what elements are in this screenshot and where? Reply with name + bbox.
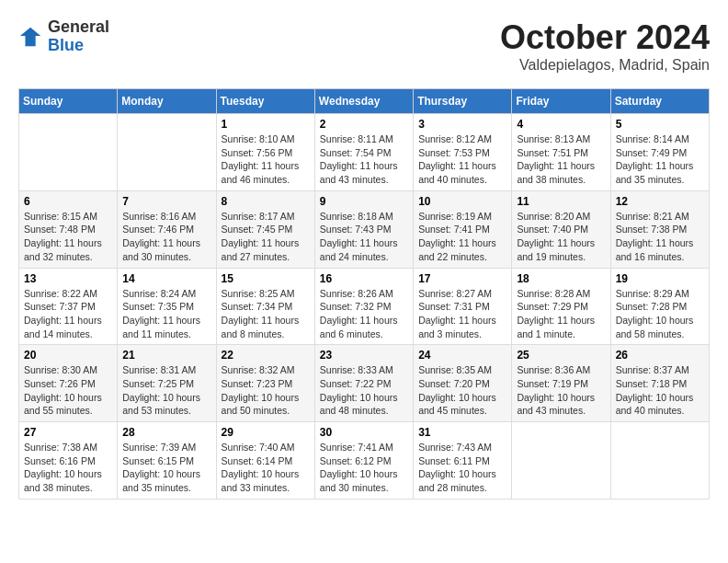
day-number: 6 (24, 195, 112, 208)
calendar-cell: 26Sunrise: 8:37 AM Sunset: 7:18 PM Dayli… (610, 345, 709, 422)
day-detail: Sunrise: 8:29 AM Sunset: 7:28 PM Dayligh… (616, 287, 704, 341)
day-number: 26 (616, 349, 704, 362)
day-detail: Sunrise: 8:27 AM Sunset: 7:31 PM Dayligh… (418, 287, 506, 341)
day-detail: Sunrise: 8:22 AM Sunset: 7:37 PM Dayligh… (24, 287, 112, 341)
day-number: 25 (517, 349, 605, 362)
location-subtitle: Valdepielagos, Madrid, Spain (500, 57, 710, 74)
calendar-cell: 29Sunrise: 7:40 AM Sunset: 6:14 PM Dayli… (216, 422, 314, 500)
day-detail: Sunrise: 7:38 AM Sunset: 6:16 PM Dayligh… (24, 441, 112, 495)
day-number: 7 (122, 195, 210, 208)
day-number: 3 (418, 118, 506, 131)
day-detail: Sunrise: 8:31 AM Sunset: 7:25 PM Dayligh… (122, 363, 210, 418)
calendar-cell: 27Sunrise: 7:38 AM Sunset: 6:16 PM Dayli… (19, 422, 118, 500)
calendar-cell: 13Sunrise: 8:22 AM Sunset: 7:37 PM Dayli… (19, 268, 118, 345)
calendar-cell (19, 114, 118, 191)
day-number: 12 (616, 195, 704, 208)
day-number: 10 (418, 195, 506, 208)
day-detail: Sunrise: 8:25 AM Sunset: 7:34 PM Dayligh… (222, 287, 310, 341)
calendar-cell: 21Sunrise: 8:31 AM Sunset: 7:25 PM Dayli… (118, 345, 216, 422)
calendar-cell: 18Sunrise: 8:28 AM Sunset: 7:29 PM Dayli… (512, 268, 610, 345)
day-detail: Sunrise: 8:17 AM Sunset: 7:45 PM Dayligh… (222, 210, 310, 264)
page-header: General Blue October 2024 Valdepielagos,… (18, 18, 710, 74)
calendar-cell: 3Sunrise: 8:12 AM Sunset: 7:53 PM Daylig… (414, 114, 512, 191)
calendar-week-5: 27Sunrise: 7:38 AM Sunset: 6:16 PM Dayli… (19, 422, 710, 500)
day-detail: Sunrise: 7:40 AM Sunset: 6:14 PM Dayligh… (222, 441, 310, 495)
day-number: 27 (24, 426, 112, 439)
day-number: 22 (222, 349, 310, 362)
calendar-cell: 15Sunrise: 8:25 AM Sunset: 7:34 PM Dayli… (216, 268, 314, 345)
calendar-cell: 12Sunrise: 8:21 AM Sunset: 7:38 PM Dayli… (610, 190, 709, 268)
day-detail: Sunrise: 8:26 AM Sunset: 7:32 PM Dayligh… (320, 287, 408, 341)
day-detail: Sunrise: 8:14 AM Sunset: 7:49 PM Dayligh… (616, 132, 704, 187)
day-number: 15 (222, 272, 310, 285)
day-detail: Sunrise: 8:32 AM Sunset: 7:23 PM Dayligh… (222, 363, 310, 418)
day-number: 31 (418, 426, 506, 439)
calendar-week-3: 13Sunrise: 8:22 AM Sunset: 7:37 PM Dayli… (19, 268, 710, 345)
day-detail: Sunrise: 8:13 AM Sunset: 7:51 PM Dayligh… (517, 132, 605, 187)
day-detail: Sunrise: 8:30 AM Sunset: 7:26 PM Dayligh… (24, 363, 112, 418)
calendar-week-4: 20Sunrise: 8:30 AM Sunset: 7:26 PM Dayli… (19, 345, 710, 422)
day-detail: Sunrise: 8:33 AM Sunset: 7:22 PM Dayligh… (320, 363, 408, 418)
calendar-cell (610, 422, 709, 500)
day-detail: Sunrise: 8:16 AM Sunset: 7:46 PM Dayligh… (122, 210, 210, 264)
day-number: 11 (517, 195, 605, 208)
calendar-week-1: 1Sunrise: 8:10 AM Sunset: 7:56 PM Daylig… (19, 114, 710, 191)
day-number: 13 (24, 272, 112, 285)
weekday-header-monday: Monday (118, 89, 216, 114)
calendar-cell: 9Sunrise: 8:18 AM Sunset: 7:43 PM Daylig… (314, 190, 413, 268)
calendar-table: SundayMondayTuesdayWednesdayThursdayFrid… (18, 88, 710, 500)
day-detail: Sunrise: 8:37 AM Sunset: 7:18 PM Dayligh… (616, 363, 704, 418)
calendar-cell: 7Sunrise: 8:16 AM Sunset: 7:46 PM Daylig… (118, 190, 216, 268)
day-number: 5 (616, 118, 704, 131)
calendar-cell: 23Sunrise: 8:33 AM Sunset: 7:22 PM Dayli… (314, 345, 413, 422)
calendar-cell: 1Sunrise: 8:10 AM Sunset: 7:56 PM Daylig… (216, 114, 314, 191)
calendar-cell: 28Sunrise: 7:39 AM Sunset: 6:15 PM Dayli… (118, 422, 216, 500)
day-number: 16 (320, 272, 408, 285)
day-detail: Sunrise: 7:43 AM Sunset: 6:11 PM Dayligh… (418, 441, 506, 495)
calendar-cell: 25Sunrise: 8:36 AM Sunset: 7:19 PM Dayli… (512, 345, 610, 422)
logo-text: General Blue (48, 18, 109, 55)
calendar-cell: 24Sunrise: 8:35 AM Sunset: 7:20 PM Dayli… (414, 345, 512, 422)
calendar-cell: 14Sunrise: 8:24 AM Sunset: 7:35 PM Dayli… (118, 268, 216, 345)
day-number: 19 (616, 272, 704, 285)
calendar-cell: 5Sunrise: 8:14 AM Sunset: 7:49 PM Daylig… (610, 114, 709, 191)
calendar-cell: 4Sunrise: 8:13 AM Sunset: 7:51 PM Daylig… (512, 114, 610, 191)
calendar-cell: 16Sunrise: 8:26 AM Sunset: 7:32 PM Dayli… (314, 268, 413, 345)
day-number: 18 (517, 272, 605, 285)
day-number: 21 (122, 349, 210, 362)
calendar-cell: 19Sunrise: 8:29 AM Sunset: 7:28 PM Dayli… (610, 268, 709, 345)
day-number: 17 (418, 272, 506, 285)
day-number: 2 (320, 118, 408, 131)
title-block: October 2024 Valdepielagos, Madrid, Spai… (500, 18, 710, 74)
weekday-header-row: SundayMondayTuesdayWednesdayThursdayFrid… (19, 89, 710, 114)
day-detail: Sunrise: 8:21 AM Sunset: 7:38 PM Dayligh… (616, 210, 704, 264)
day-detail: Sunrise: 8:10 AM Sunset: 7:56 PM Dayligh… (222, 132, 310, 187)
calendar-cell: 22Sunrise: 8:32 AM Sunset: 7:23 PM Dayli… (216, 345, 314, 422)
weekday-header-friday: Friday (512, 89, 610, 114)
day-detail: Sunrise: 7:41 AM Sunset: 6:12 PM Dayligh… (320, 441, 408, 495)
day-detail: Sunrise: 8:35 AM Sunset: 7:20 PM Dayligh… (418, 363, 506, 418)
day-number: 20 (24, 349, 112, 362)
calendar-cell: 8Sunrise: 8:17 AM Sunset: 7:45 PM Daylig… (216, 190, 314, 268)
weekday-header-thursday: Thursday (414, 89, 512, 114)
calendar-cell (118, 114, 216, 191)
day-detail: Sunrise: 7:39 AM Sunset: 6:15 PM Dayligh… (122, 441, 210, 495)
calendar-cell: 10Sunrise: 8:19 AM Sunset: 7:41 PM Dayli… (414, 190, 512, 268)
calendar-cell: 6Sunrise: 8:15 AM Sunset: 7:48 PM Daylig… (19, 190, 118, 268)
day-number: 28 (122, 426, 210, 439)
weekday-header-sunday: Sunday (19, 89, 118, 114)
weekday-header-tuesday: Tuesday (216, 89, 314, 114)
calendar-cell: 31Sunrise: 7:43 AM Sunset: 6:11 PM Dayli… (414, 422, 512, 500)
day-number: 8 (222, 195, 310, 208)
day-detail: Sunrise: 8:28 AM Sunset: 7:29 PM Dayligh… (517, 287, 605, 341)
calendar-week-2: 6Sunrise: 8:15 AM Sunset: 7:48 PM Daylig… (19, 190, 710, 268)
day-number: 14 (122, 272, 210, 285)
day-detail: Sunrise: 8:24 AM Sunset: 7:35 PM Dayligh… (122, 287, 210, 341)
svg-marker-0 (20, 28, 40, 47)
day-number: 23 (320, 349, 408, 362)
month-title: October 2024 (500, 18, 710, 57)
calendar-cell: 11Sunrise: 8:20 AM Sunset: 7:40 PM Dayli… (512, 190, 610, 268)
logo: General Blue (18, 18, 109, 55)
calendar-cell: 2Sunrise: 8:11 AM Sunset: 7:54 PM Daylig… (314, 114, 413, 191)
day-detail: Sunrise: 8:20 AM Sunset: 7:40 PM Dayligh… (517, 210, 605, 264)
